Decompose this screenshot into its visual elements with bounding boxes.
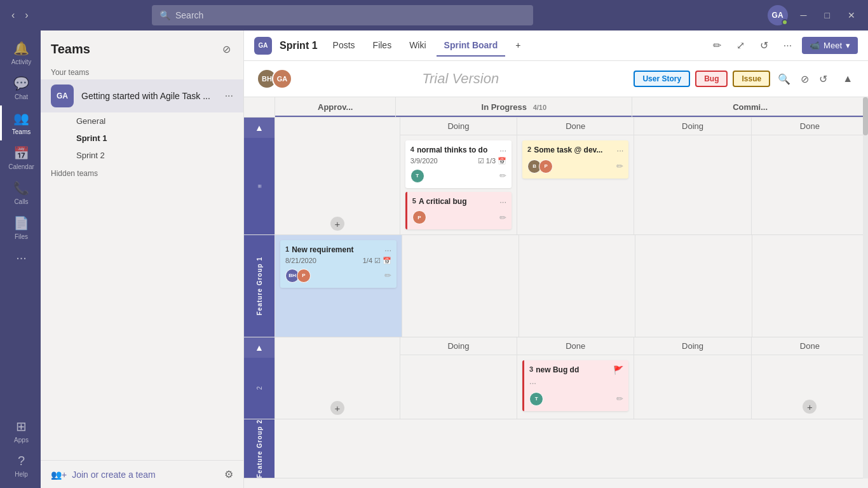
board-filter-button[interactable]: ⊘ bbox=[798, 71, 811, 88]
activity-bar-item-calls[interactable]: 📞 Calls bbox=[0, 175, 41, 210]
card4-more-button[interactable]: ··· bbox=[499, 146, 506, 155]
nav-back-button[interactable]: ‹ bbox=[8, 7, 18, 24]
nav-forward-button[interactable]: › bbox=[21, 7, 32, 24]
card5-avatar-1: P bbox=[412, 210, 426, 224]
channel-item-sprint1[interactable]: Sprint 1 bbox=[41, 130, 243, 147]
committed-done-cell-g1 bbox=[752, 135, 868, 234]
activity-bar-item-calendar[interactable]: 📅 Calendar bbox=[0, 140, 41, 175]
card3-avatar-1: T bbox=[529, 392, 543, 406]
committed-doing-header-g2: Doing bbox=[634, 337, 751, 355]
inprogress-g1-cards bbox=[402, 235, 635, 337]
card4-meta: 3/9/2020 ☑ 1/3 📅 bbox=[410, 157, 506, 165]
group2-label-area: Feature Group 2 bbox=[244, 419, 275, 478]
card-5[interactable]: 5 A critical bug ··· P ✏ bbox=[405, 192, 512, 230]
channel-tabs: Posts Files Wiki Sprint Board + bbox=[325, 35, 529, 57]
your-teams-label: Your teams bbox=[41, 63, 243, 79]
refresh-button[interactable]: ↺ bbox=[755, 37, 773, 54]
add-card-approved-g2[interactable]: + bbox=[330, 401, 344, 415]
compose-button[interactable]: ✏ bbox=[708, 37, 726, 54]
more-actions-button[interactable]: ··· bbox=[778, 37, 797, 54]
channel-item-sprint2[interactable]: Sprint 2 bbox=[41, 147, 243, 164]
channel-item-general[interactable]: General bbox=[41, 112, 243, 130]
card-3[interactable]: 3 new Bug dd 🚩 ··· T bbox=[522, 360, 628, 411]
activity-bar-item-chat[interactable]: 💬 Chat bbox=[0, 71, 41, 105]
tab-files[interactable]: Files bbox=[365, 35, 400, 57]
minimize-button[interactable]: ─ bbox=[796, 8, 812, 23]
committed-header-label: Commi... bbox=[733, 102, 768, 112]
group1-sidebar: Feature Group 1 bbox=[244, 235, 275, 337]
group2-sidebar: Feature Group 2 bbox=[244, 419, 275, 478]
activity-bar-item-files[interactable]: 📄 Files bbox=[0, 210, 41, 245]
tab-add[interactable]: + bbox=[508, 35, 528, 57]
join-team-button[interactable]: 👥+ Join or create a team bbox=[51, 470, 156, 480]
filter-bug-button[interactable]: Bug bbox=[695, 71, 728, 87]
done-cell-g2: 3 new Bug dd 🚩 ··· T bbox=[517, 355, 634, 419]
activity-bar-item-apps[interactable]: ⊞ Apps bbox=[0, 414, 41, 449]
more-icon: ··· bbox=[16, 250, 27, 265]
card3-title: new Bug dd bbox=[536, 365, 611, 376]
activity-bar-item-activity[interactable]: 🔔 Activity bbox=[0, 36, 41, 71]
meet-button[interactable]: 📹 Meet ▾ bbox=[802, 37, 858, 54]
filter-issue-button[interactable]: Issue bbox=[733, 71, 770, 87]
teams-panel: Teams ⊘ Your teams GA Getting started wi… bbox=[41, 30, 244, 488]
search-input[interactable] bbox=[175, 10, 526, 20]
tab-posts[interactable]: Posts bbox=[325, 35, 363, 57]
board-collapse-button[interactable]: ▲ bbox=[840, 71, 855, 87]
group1-collapse-btn[interactable]: ▲ bbox=[244, 118, 275, 138]
close-button[interactable]: ✕ bbox=[843, 8, 860, 23]
card3-dots-button[interactable]: ··· bbox=[529, 378, 536, 388]
card2-more-button[interactable]: ··· bbox=[617, 146, 624, 155]
activity-bar-item-more[interactable]: ··· bbox=[0, 245, 41, 270]
search-icon: 🔍 bbox=[159, 10, 170, 20]
doing-g1-extra bbox=[402, 235, 519, 337]
doing-sub-header-g2: Doing bbox=[400, 337, 517, 355]
group2-label-text: Feature Group 2 bbox=[256, 419, 263, 478]
filter-user-story-button[interactable]: User Story bbox=[634, 71, 690, 87]
card1-more-button[interactable]: ··· bbox=[384, 245, 391, 255]
board-refresh-button[interactable]: ↺ bbox=[817, 71, 830, 88]
meet-icon: 📹 bbox=[810, 41, 820, 50]
card3-note-icon: ✏ bbox=[616, 394, 623, 403]
group-num-icon: ≡ bbox=[256, 184, 263, 188]
card4-top: 4 normal thinks to do ··· bbox=[410, 146, 506, 156]
tab-sprint-board[interactable]: Sprint Board bbox=[437, 35, 506, 57]
card3-more-button[interactable]: 🚩 bbox=[613, 365, 623, 375]
maximize-button[interactable]: □ bbox=[820, 8, 835, 23]
inprogress-sub-headers: Doing Done bbox=[400, 118, 634, 135]
committed-done-cell-g2: + bbox=[752, 355, 868, 419]
team-item-getting-started[interactable]: GA Getting started with Agile Task ... ·… bbox=[41, 79, 243, 112]
activity-label: Activity bbox=[11, 58, 32, 65]
card2-footer: B P ✏ bbox=[527, 159, 623, 173]
calendar-icon: 📅 bbox=[13, 146, 29, 161]
board-search-button[interactable]: 🔍 bbox=[775, 71, 793, 88]
card-2[interactable]: 2 Some task @ dev... ··· B P bbox=[522, 140, 628, 179]
user-avatar[interactable]: GA bbox=[768, 5, 788, 25]
card5-top: 5 A critical bug ··· bbox=[412, 197, 506, 207]
right-scrollbar[interactable] bbox=[863, 97, 868, 478]
channel-header: GA Sprint 1 Posts Files Wiki Sprint Boar… bbox=[244, 30, 868, 61]
card-4[interactable]: 4 normal thinks to do ··· 3/9/2020 ☑ bbox=[405, 140, 512, 188]
card2-note-icon: ✏ bbox=[616, 161, 623, 171]
activity-bar-item-teams[interactable]: 👥 Teams bbox=[0, 105, 41, 140]
settings-button[interactable]: ⚙ bbox=[224, 468, 233, 480]
kh-spacer bbox=[244, 97, 275, 117]
tab-wiki[interactable]: Wiki bbox=[402, 35, 433, 57]
teams-label: Teams bbox=[12, 128, 31, 135]
done-g1-extra bbox=[519, 235, 635, 337]
activity-bar-item-help[interactable]: ? Help bbox=[0, 449, 41, 483]
group2-collapse-btn[interactable]: ▲ bbox=[244, 337, 275, 358]
teams-title: Teams bbox=[51, 42, 90, 57]
approved-add-cell-g2: + bbox=[275, 337, 400, 419]
meet-dropdown-icon: ▾ bbox=[846, 41, 850, 50]
team-more-button[interactable]: ··· bbox=[225, 90, 233, 102]
add-card-committed-done-g2[interactable]: + bbox=[803, 400, 817, 414]
card-1[interactable]: 1 New requirement ··· 8/21/2020 1/4 ☑ 📅 bbox=[280, 240, 397, 288]
card1-date: 8/21/2020 bbox=[285, 257, 316, 264]
teams-filter-button[interactable]: ⊘ bbox=[220, 41, 233, 58]
add-card-approved-g1[interactable]: + bbox=[330, 217, 344, 231]
group1-main-row: Feature Group 1 1 New requirement ··· bbox=[244, 235, 868, 337]
hidden-teams-label: Hidden teams bbox=[41, 164, 243, 180]
sprint-board: BH GA Trial Version User Story Bug Issue… bbox=[244, 61, 868, 488]
card5-more-button[interactable]: ··· bbox=[499, 197, 506, 207]
expand-button[interactable]: ⤢ bbox=[731, 37, 750, 54]
